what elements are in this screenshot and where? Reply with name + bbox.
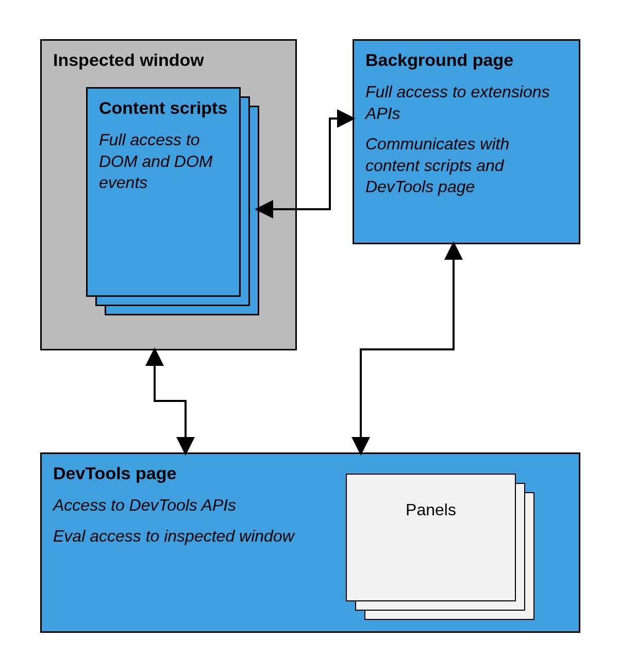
devtools-desc2: Eval access to inspected window (53, 526, 362, 547)
background-desc2: Communicates with content scripts and De… (365, 133, 567, 198)
devtools-page-desc: Access to DevTools APIs Eval access to i… (42, 495, 374, 547)
panels-label: Panels (347, 475, 515, 519)
devtools-page-box: DevTools page Access to DevTools APIs Ev… (40, 452, 580, 633)
arrow-inspected-to-devtools (155, 350, 186, 452)
background-page-desc: Full access to extensions APIs Communica… (354, 81, 579, 198)
background-desc1: Full access to extensions APIs (365, 81, 567, 124)
content-scripts-desc: Full access to DOM and DOM events (88, 129, 239, 194)
content-scripts-desc-text: Full access to DOM and DOM events (99, 129, 228, 194)
background-page-box: Background page Full access to extension… (353, 39, 580, 244)
arrow-background-to-devtools (361, 244, 454, 452)
devtools-desc1: Access to DevTools APIs (53, 495, 362, 516)
background-page-title: Background page (354, 41, 579, 72)
panels-sheet-front: Panels (346, 474, 516, 601)
diagram-canvas: Inspected window Content scripts Full ac… (0, 0, 619, 672)
inspected-window-title: Inspected window (42, 41, 295, 72)
content-scripts-title: Content scripts (88, 89, 239, 120)
inspected-window-box: Inspected window Content scripts Full ac… (40, 39, 297, 350)
content-scripts-sheet-front: Content scripts Full access to DOM and D… (86, 87, 241, 297)
